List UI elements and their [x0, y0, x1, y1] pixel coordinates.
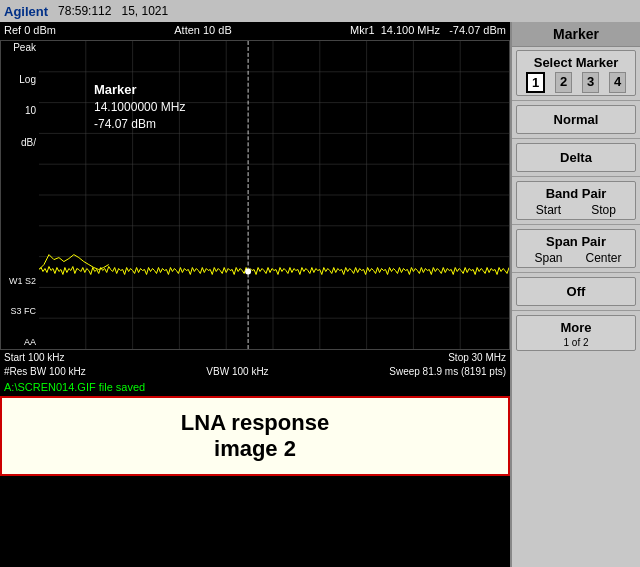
spectrum-display: Peak Log 10 dB/ W1 S2 S3 FC AA [0, 40, 510, 350]
atten-label: Atten 10 dB [174, 24, 232, 38]
y-label-peak: Peak [1, 43, 39, 53]
status-text: A:\SCREN014.GIF file saved [4, 381, 145, 393]
ref-label: Ref 0 dBm [4, 24, 56, 38]
marker-num-1[interactable]: 1 [526, 72, 545, 93]
marker-annotation: Marker 14.1000000 MHz -74.07 dBm [94, 81, 185, 133]
marker-readout: Mkr1 14.100 MHz -74.07 dBm [350, 24, 506, 38]
annotation-title: Marker [94, 81, 185, 99]
more-label: More [521, 320, 631, 335]
band-pair-stop: Stop [576, 203, 631, 217]
normal-button[interactable]: Normal [516, 105, 636, 134]
annotation-level: -74.07 dBm [94, 116, 185, 133]
divider-5 [512, 272, 640, 273]
marker-num-4[interactable]: 4 [609, 72, 626, 93]
sidebar: Marker Select Marker 1 2 3 4 Normal Delt… [510, 22, 640, 567]
main-container: Agilent 78:59:112 15, 1021 Ref 0 dBm Att… [0, 0, 640, 567]
span-pair-span: Span [521, 251, 576, 265]
select-marker-numbers: 1 2 3 4 [521, 72, 631, 93]
coords: 15, 1021 [121, 4, 168, 18]
delta-label: Delta [560, 150, 592, 165]
marker-label: Mkr1 [350, 24, 374, 36]
divider-6 [512, 310, 640, 311]
marker-num-3[interactable]: 3 [582, 72, 599, 93]
vbw-label: VBW 100 kHz [206, 366, 268, 379]
span-pair-label: Span Pair [521, 234, 631, 249]
divider-3 [512, 176, 640, 177]
divider-4 [512, 224, 640, 225]
caption-line1: LNA response [181, 410, 329, 436]
caption-box: LNA response image 2 [0, 396, 510, 476]
sweep-label: Sweep 81.9 ms (8191 pts) [389, 366, 506, 379]
band-pair-label: Band Pair [521, 186, 631, 201]
y-label-10: 10 [1, 106, 39, 116]
y-label-db: dB/ [1, 138, 39, 148]
marker-info-line: Ref 0 dBm Atten 10 dB Mkr1 14.100 MHz -7… [0, 22, 510, 40]
divider-1 [512, 100, 640, 101]
y-label-w1s2: W1 S2 [1, 277, 39, 286]
marker-num-2[interactable]: 2 [555, 72, 572, 93]
more-sub-label: 1 of 2 [521, 337, 631, 348]
span-pair-center: Center [576, 251, 631, 265]
annotation-freq: 14.1000000 MHz [94, 99, 185, 116]
off-button[interactable]: Off [516, 277, 636, 306]
y-axis: Peak Log 10 dB/ W1 S2 S3 FC AA [1, 41, 39, 349]
sidebar-title: Marker [512, 22, 640, 47]
select-marker-button[interactable]: Select Marker 1 2 3 4 [516, 50, 636, 96]
top-bar: Agilent 78:59:112 15, 1021 [0, 0, 640, 22]
start-label: Start 100 kHz [4, 352, 65, 364]
band-pair-button[interactable]: Band Pair Start Stop [516, 181, 636, 220]
chart-area: Marker 14.1000000 MHz -74.07 dBm [39, 41, 509, 349]
marker-freq: 14.100 MHz [381, 24, 440, 36]
bottom-info-1: Start 100 kHz Stop 30 MHz [0, 350, 510, 366]
band-pair-start: Start [521, 203, 576, 217]
band-pair-row: Start Stop [521, 203, 631, 217]
status-bar: A:\SCREN014.GIF file saved [0, 380, 510, 396]
svg-point-20 [245, 269, 251, 275]
caption-line2: image 2 [181, 436, 329, 462]
stop-label: Stop 30 MHz [448, 352, 506, 364]
span-pair-button[interactable]: Span Pair Span Center [516, 229, 636, 268]
more-button[interactable]: More 1 of 2 [516, 315, 636, 351]
divider-2 [512, 138, 640, 139]
spectrum-area: Ref 0 dBm Atten 10 dB Mkr1 14.100 MHz -7… [0, 22, 510, 567]
select-marker-label: Select Marker [521, 55, 631, 70]
content-row: Ref 0 dBm Atten 10 dB Mkr1 14.100 MHz -7… [0, 22, 640, 567]
bottom-info-2: #Res BW 100 kHz VBW 100 kHz Sweep 81.9 m… [0, 366, 510, 380]
time: 78:59:112 [58, 4, 111, 18]
y-label-log: Log [1, 75, 39, 85]
span-pair-row: Span Center [521, 251, 631, 265]
normal-label: Normal [554, 112, 599, 127]
caption-text: LNA response image 2 [181, 410, 329, 462]
res-bw-label: #Res BW 100 kHz [4, 366, 86, 379]
y-label-s3fc: S3 FC [1, 307, 39, 316]
time-info: 78:59:112 15, 1021 [58, 4, 636, 18]
y-label-aa: AA [1, 338, 39, 347]
marker-level: -74.07 dBm [449, 24, 506, 36]
logo: Agilent [4, 4, 48, 19]
off-label: Off [567, 284, 586, 299]
delta-button[interactable]: Delta [516, 143, 636, 172]
